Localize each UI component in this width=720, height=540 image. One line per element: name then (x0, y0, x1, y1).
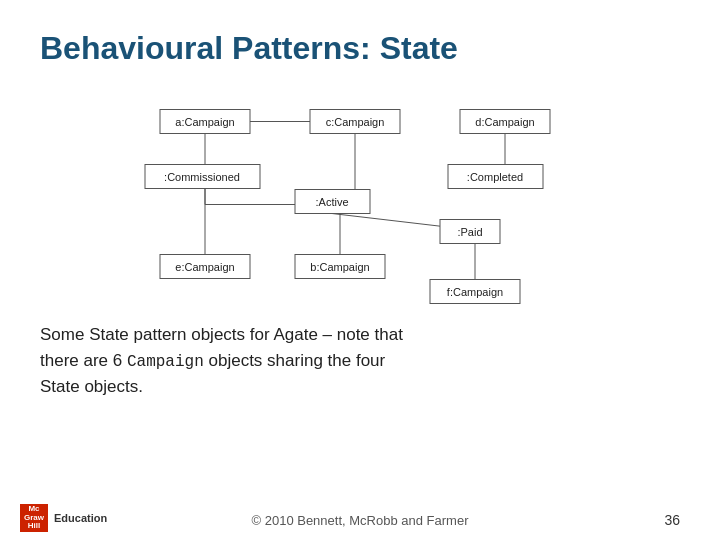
node-completed-label: :Completed (467, 171, 523, 183)
page-title: Behavioural Patterns: State (40, 30, 680, 67)
node-c-label: c:Campaign (326, 116, 385, 128)
node-f-label: f:Campaign (447, 286, 503, 298)
logo-education-text: Education (54, 512, 107, 524)
node-paid-label: :Paid (457, 226, 482, 238)
node-d-label: d:Campaign (475, 116, 534, 128)
footer-text: © 2010 Bennett, McRobb and Farmer (252, 513, 469, 528)
monospace-keyword: Campaign (127, 353, 204, 371)
footer: © 2010 Bennett, McRobb and Farmer (0, 513, 720, 528)
node-active-label: :Active (315, 196, 348, 208)
page-number: 36 (664, 512, 680, 528)
body-text: Some State pattern objects for Agate – n… (40, 322, 680, 399)
node-b-label: b:Campaign (310, 261, 369, 273)
node-commissioned-label: :Commissioned (164, 171, 240, 183)
state-diagram: a:Campaign c:Campaign d:Campaign :Commis… (40, 87, 680, 307)
logo-lines: McGrawHill (24, 505, 44, 531)
logo-box: McGrawHill (20, 504, 48, 532)
node-a-label: a:Campaign (175, 116, 234, 128)
node-e-label: e:Campaign (175, 261, 234, 273)
logo-area: McGrawHill Education (20, 504, 107, 532)
